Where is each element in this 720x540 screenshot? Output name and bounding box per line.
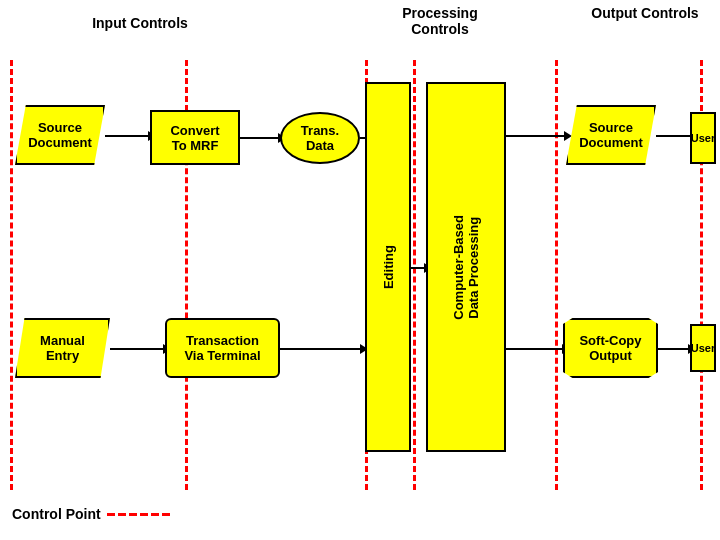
- arrow-source-to-convert: [105, 135, 150, 137]
- source-document-left: SourceDocument: [15, 105, 105, 165]
- soft-copy-output: Soft-CopyOutput: [563, 318, 658, 378]
- diagram-container: Input Controls Processing Controls Outpu…: [0, 0, 720, 540]
- control-point-dashes: [107, 513, 170, 516]
- arrow-convert-to-trans: [240, 137, 280, 139]
- arrow-terminal-to-editing: [280, 348, 362, 350]
- dashed-line-4: [413, 60, 416, 490]
- trans-data: Trans.Data: [280, 112, 360, 164]
- arrow-cpu-to-source-right: [506, 135, 566, 137]
- control-point-label: Control Point: [12, 506, 170, 522]
- processing-controls-label: Processing Controls: [390, 5, 490, 37]
- convert-to-mrf: ConvertTo MRF: [150, 110, 240, 165]
- manual-entry: ManualEntry: [15, 318, 110, 378]
- source-document-right: SourceDocument: [566, 105, 656, 165]
- arrow-soft-to-user-bottom: [658, 348, 690, 350]
- computer-based-processing: Computer-BasedData Processing: [426, 82, 506, 452]
- output-controls-label: Output Controls: [590, 5, 700, 21]
- editing-rect: Editing: [365, 82, 411, 452]
- dashed-line-1: [10, 60, 13, 490]
- arrow-cpu-to-soft-copy: [506, 348, 564, 350]
- user-bottom: User: [690, 324, 716, 372]
- dashed-line-5: [555, 60, 558, 490]
- user-top: User: [690, 112, 716, 164]
- transaction-via-terminal: TransactionVia Terminal: [165, 318, 280, 378]
- input-controls-label: Input Controls: [60, 15, 220, 31]
- arrow-editing-to-cpu: [411, 267, 426, 269]
- arrow-manual-to-terminal: [110, 348, 165, 350]
